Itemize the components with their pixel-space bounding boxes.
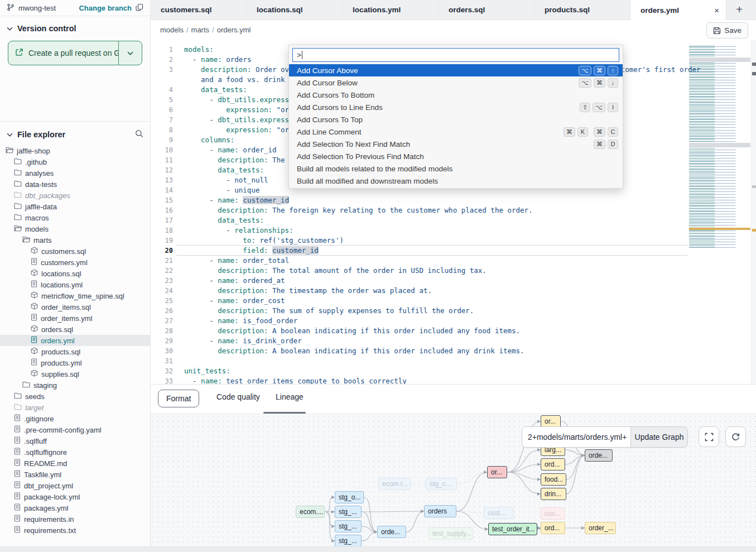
palette-item-add-line-comment[interactable]: Add Line Comment⌘K⌘C [289,126,623,138]
pr-dropdown-toggle[interactable] [118,41,142,65]
tree-item-jaffle-data[interactable]: jaffle-data [0,201,150,212]
palette-item-add-cursors-to-line-ends[interactable]: Add Cursors to Line Ends⇧⌥I [289,101,623,113]
tree-item-locations-sql[interactable]: locations.sql [0,268,150,279]
version-control-header[interactable]: Version control [0,16,150,39]
tree-item-order-items-yml[interactable]: order_items.yml [0,313,150,324]
palette-item-build-all-modified-and-downstream-models[interactable]: Build all modified and downstream models [289,175,623,187]
horizontal-scrollbar[interactable] [0,546,756,552]
lineage-node-cust-[interactable]: cust... [484,507,514,519]
lineage-canvas[interactable]: ecom....stg_o...stg_...stg_...stg_...ord… [151,414,756,547]
tab-orders-yml[interactable]: orders.yml× [630,0,726,21]
lineage-node-ord-[interactable]: ord... [541,522,565,534]
tree-item-taskfile-yml[interactable]: Taskfile.yml [0,469,150,480]
lineage-node-stg-[interactable]: stg_... [335,520,362,532]
lineage-node-stg-[interactable]: stg_... [335,506,362,518]
tab-lineage[interactable]: Lineage [276,392,304,401]
search-icon[interactable] [135,129,143,140]
lineage-selector-input[interactable]: 2+models/marts/orders.yml+ [522,427,630,447]
tree-item-orders-sql[interactable]: orders.sql [0,324,150,335]
tree-item-products-yml[interactable]: products.yml [0,357,150,368]
tree-item-staging[interactable]: staging [0,380,150,391]
lineage-node-test-order-it-[interactable]: test_order_it... [488,523,537,535]
breadcrumb-marts[interactable]: marts [191,26,210,34]
save-button[interactable]: Save [706,22,748,39]
lineage-node-or-[interactable]: or... [541,415,561,428]
tree-item-readme-md[interactable]: README.md [0,458,150,469]
tree-item--sqlfluffignore[interactable]: .sqlfluffignore [0,447,150,458]
palette-item-add-selection-to-previous-find-match[interactable]: Add Selection To Previous Find Match [289,150,623,162]
lineage-node-ecom-[interactable]: ecom.... [296,506,325,518]
lineage-node-order-[interactable]: order_... [585,522,616,534]
palette-item-add-selection-to-next-find-match[interactable]: Add Selection To Next Find Match⌘D [289,138,623,150]
lineage-node-ord-[interactable]: ord... [541,458,565,471]
tree-item-data-tests[interactable]: data-tests [0,179,150,190]
breadcrumb-models[interactable]: models [160,26,184,34]
command-palette-input[interactable]: > [292,48,619,62]
tab-orders-sql[interactable]: orders.sql [439,0,535,20]
scrollbar[interactable] [751,40,756,384]
tree-item--gitignore[interactable]: .gitignore [0,413,150,424]
copy-icon[interactable] [136,3,143,13]
palette-item-build-all-models-related-to-the-modified-models[interactable]: Build all models related to the modified… [289,162,623,175]
tree-item-dbt-packages[interactable]: dbt_packages [0,190,150,201]
minimap[interactable] [689,46,750,248]
update-graph-button[interactable]: Update Graph [630,427,687,447]
fullscreen-button[interactable] [699,426,719,447]
lineage-node-orde-[interactable]: orde... [585,449,613,462]
tree-item-models[interactable]: models [0,223,150,234]
tree-item-supplies-sql[interactable]: supplies.sql [0,368,150,380]
tree-item-order-items-sql[interactable]: order_items.sql [0,301,150,313]
refresh-button[interactable] [725,426,746,447]
tree-item-products-sql[interactable]: products.sql [0,346,150,357]
tree-item-orders-yml[interactable]: orders.yml [0,335,150,346]
tree-item--github[interactable]: .github [0,156,150,167]
lineage-node-test-supply-[interactable]: test_supply... [428,527,473,540]
tree-item-requirements-txt[interactable]: requirements.txt [0,525,150,536]
tab-locations-sql[interactable]: locations.sql [247,0,343,20]
close-icon[interactable]: × [714,6,719,15]
tree-item-jaffle-shop[interactable]: jaffle-shop [0,145,150,156]
file-explorer-header[interactable]: File explorer [0,122,150,145]
tree-item-customers-sql[interactable]: customers.sql [0,246,150,257]
tab-label: products.sql [545,6,590,14]
tree-item-dbt-project-yml[interactable]: dbt_project.yml [0,480,150,491]
palette-item-add-cursors-to-top[interactable]: Add Cursors To Top [289,113,623,126]
tree-item--pre-commit-config-yaml[interactable]: .pre-commit-config.yaml [0,424,150,435]
lineage-node-stg-o-[interactable]: stg_o... [335,491,364,503]
tab-products-sql[interactable]: products.sql [535,0,630,20]
tree-item-customers-yml[interactable]: customers.yml [0,257,150,268]
lineage-node-stg-[interactable]: stg_... [335,535,362,547]
tab-customers-sql[interactable]: customers.sql [151,0,247,20]
text-cursor [302,51,302,59]
lineage-node-or-[interactable]: or... [487,466,507,478]
new-tab-button[interactable]: + [726,0,752,20]
tree-item-analyses[interactable]: analyses [0,167,150,179]
change-branch-link[interactable]: Change branch [79,4,132,12]
tree-item-metricflow-time-spine-sql[interactable]: metricflow_time_spine.sql [0,290,150,301]
tab-locations-yml[interactable]: locations.yml [343,0,439,20]
lineage-node-food-[interactable]: food... [541,473,566,486]
folder-open-icon [22,236,30,244]
tree-item-marts[interactable]: marts [0,234,150,246]
tree-item--sqlfluff[interactable]: .sqlfluff [0,435,150,447]
tree-item-target[interactable]: target [0,402,150,413]
lineage-node-orde-[interactable]: orde... [377,526,406,538]
palette-item-add-cursor-above[interactable]: Add Cursor Above⌥⌘↑ [289,64,623,76]
tree-item-package-lock-yml[interactable]: package-lock.yml [0,491,150,502]
lineage-node-drin-[interactable]: drin... [541,488,566,500]
lineage-node-orders[interactable]: orders [424,505,456,517]
lineage-node-stg-c-[interactable]: stg_c... [426,478,457,490]
palette-item-add-cursor-below[interactable]: Add Cursor Below⌥⌘↓ [289,76,623,89]
tree-item-requirements-in[interactable]: requirements.in [0,513,150,525]
tree-item-packages-yml[interactable]: packages.yml [0,502,150,513]
lineage-node-cus-[interactable]: cus... [541,507,565,520]
line-number: 16 [151,205,173,215]
tree-item-locations-yml[interactable]: locations.yml [0,279,150,290]
palette-item-add-cursors-to-bottom[interactable]: Add Cursors To Bottom [289,89,623,101]
create-pr-button[interactable]: Create a pull request on Git... [8,41,142,65]
tab-code-quality[interactable]: Code quality [216,392,260,401]
tree-item-seeds[interactable]: seeds [0,391,150,402]
tree-item-macros[interactable]: macros [0,212,150,223]
lineage-node-ecom-r-[interactable]: ecom.r... [378,478,411,490]
format-button[interactable]: Format [158,390,199,407]
